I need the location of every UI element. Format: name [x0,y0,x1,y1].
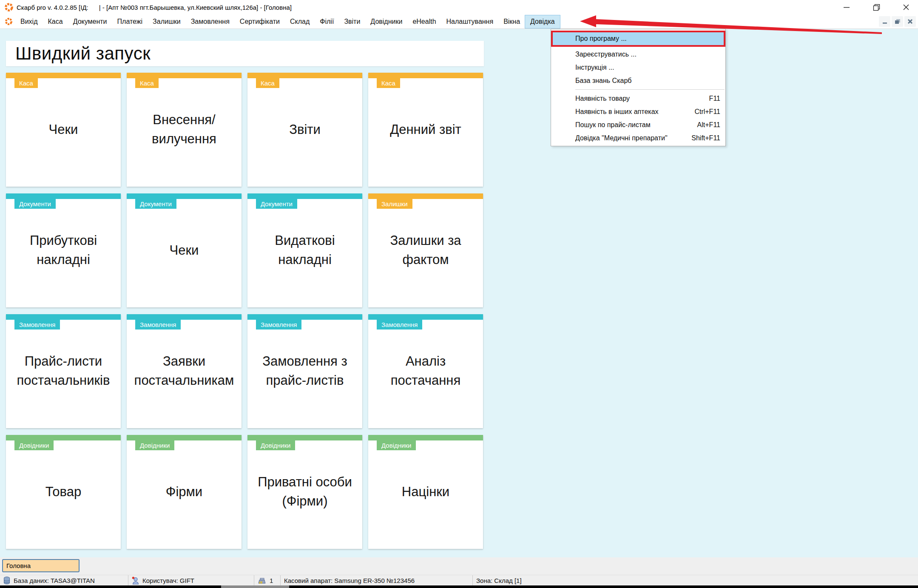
tile-cheky[interactable]: Каса Чеки [6,73,121,187]
tab-label: Головна [6,562,31,569]
menu-item-dovidnyky[interactable]: Довідники [365,15,407,28]
menu-separator [575,89,725,90]
tile-tovar[interactable]: Довідники Товар [6,435,121,549]
tile-dennyi-zvit[interactable]: Каса Денний звіт [368,73,483,187]
tile-label: Прибуткові накладні [6,193,121,307]
close-icon [903,4,909,11]
status-zone-label: Зона: Склад [1] [476,577,522,584]
help-item-medical-reference[interactable]: Довідка "Медичні препарати" Shift+F11 [551,131,725,145]
quick-launch-header: Швидкий запуск [6,41,484,66]
menu-item-vikna[interactable]: Вікна [498,15,525,28]
status-register-count-value: 1 [270,577,273,584]
tile-analiz-postachannia[interactable]: Замовлення Аналіз постачання [368,314,483,428]
menu-item-vykhid[interactable]: Вихід [15,15,43,28]
tile-zalyshky-za-faktom[interactable]: Залишки Залишки за фактом [368,193,483,307]
tile-label: Внесення/вилучення [127,73,242,187]
close-icon [907,19,913,24]
menu-item-filii[interactable]: Філії [315,15,339,28]
tile-prais-lysty-postachalnykiv[interactable]: Замовлення Прайс-листи постачальників [6,314,121,428]
menu-logo-icon [5,17,13,26]
status-user-label: Користувач: GIFT [142,577,194,584]
restore-icon [873,4,880,11]
menu-item-sklad[interactable]: Склад [285,15,315,28]
tile-label: Звіти [247,73,362,187]
restore-button[interactable] [872,3,881,11]
menu-item-dokumenty[interactable]: Документи [68,15,112,28]
status-zone: Зона: Склад [1] [473,575,918,586]
minimize-button[interactable] [842,3,851,11]
tile-label: Фірми [127,435,242,549]
help-item-availability[interactable]: Наявність товару F11 [551,92,725,105]
menubar: Вихід Каса Документи Платежі Залишки Зам… [0,14,918,29]
help-item-price-list-search[interactable]: Пошук по прайс-листам Alt+F11 [551,118,725,131]
menu-item-zvity[interactable]: Звіти [339,15,365,28]
status-register-label: Касовий апарат: Samsung ER-350 №123456 [284,577,415,584]
window-title: Скарб pro v. 4.0.2.85 [ІД: | - [Апт №003… [17,4,292,11]
status-database-label: База даних: TASA3@TITAN [14,577,95,584]
menu-item-sertyfikaty[interactable]: Сертифікати [235,15,285,28]
mdi-window-controls [879,16,916,27]
help-item-about[interactable]: Про програму ... [553,32,724,45]
window-controls [842,0,910,14]
help-menu: Про програму ... Зареєструватись ... Інс… [551,29,726,146]
page-title: Швидкий запуск [15,43,151,64]
menu-item-label: Пошук по прайс-листам [575,121,651,129]
mdi-minimize-button[interactable] [879,16,890,27]
menu-item-label: Наявність товару [575,95,630,102]
tile-pryvatni-osoby[interactable]: Довідники Приватні особи (Фірми) [247,435,362,549]
menu-item-ehealth[interactable]: eHealth [407,15,441,28]
tile-prybutkovi-nakladni[interactable]: Документи Прибуткові накладні [6,193,121,307]
menu-item-label: База знань Скарб [575,77,631,85]
tile-label: Залишки за фактом [368,193,483,307]
tab-strip: Головна [0,557,918,575]
tab-holovna[interactable]: Головна [2,559,80,572]
help-item-register[interactable]: Зареєструватись ... [551,48,725,61]
menu-item-shortcut: Shift+F11 [691,134,720,142]
menu-item-zamovlennia[interactable]: Замовлення [186,15,235,28]
status-bar: База даних: TASA3@TITAN Користувач: GIFT [0,575,918,586]
menu-item-zalyshky[interactable]: Залишки [148,15,186,28]
tile-zaiavky-postachalnykam[interactable]: Замовлення Заявки постачальникам [127,314,242,428]
help-item-instruction[interactable]: Інструкція ... [551,61,725,74]
taskbar-peek [221,585,289,588]
menu-item-kasa[interactable]: Каса [43,15,68,28]
tile-zvity[interactable]: Каса Звіти [247,73,362,187]
tile-label: Приватні особи (Фірми) [247,435,362,549]
help-item-knowledge-base[interactable]: База знань Скарб [551,74,725,87]
mdi-close-button[interactable] [904,16,916,27]
menu-item-dovidka[interactable]: Довідка [525,15,560,28]
menu-item-nalashtuvannia[interactable]: Налаштування [441,15,499,28]
menu-items: Вихід Каса Документи Платежі Залишки Зам… [15,15,560,28]
tile-label: Товар [6,435,121,549]
help-item-availability-other-pharmacies[interactable]: Наявність в інших аптеках Ctrl+F11 [551,105,725,118]
close-button[interactable] [902,3,910,11]
status-database: База даних: TASA3@TITAN [0,575,128,586]
menu-item-shortcut: Ctrl+F11 [694,108,720,116]
screen-edge-strip [0,585,918,588]
minimize-icon [882,19,887,24]
tile-label: Замовлення з прайс-листів [247,314,362,428]
tile-vnesennia-vyluchennia[interactable]: Каса Внесення/вилучення [127,73,242,187]
minimize-icon [843,4,850,11]
menu-item-label: Довідка "Медичні препарати" [575,134,668,142]
tile-label: Націнки [368,435,483,549]
status-register-count: 1 [254,575,281,586]
database-icon [3,577,10,585]
tile-label: Денний звіт [368,73,483,187]
tile-zamovlennia-z-prais-lystiv[interactable]: Замовлення Замовлення з прайс-листів [247,314,362,428]
restore-icon [895,19,901,24]
tile-firmy[interactable]: Довідники Фірми [127,435,242,549]
user-icon [132,577,139,585]
app-logo-icon [4,3,14,12]
tile-label: Чеки [6,73,121,187]
mdi-restore-button[interactable] [892,16,903,27]
menu-item-shortcut: Alt+F11 [697,121,720,129]
tile-natsinky[interactable]: Довідники Націнки [368,435,483,549]
menu-item-platezhi[interactable]: Платежі [112,15,148,28]
tile-cheky-dokumenty[interactable]: Документи Чеки [127,193,242,307]
annotation-highlight-box: Про програму ... [551,31,725,47]
quick-launch-grid: Каса Чеки Каса Внесення/вилучення Каса З… [6,73,484,549]
tile-vydatkovi-nakladni[interactable]: Документи Видаткові накладні [247,193,362,307]
cash-register-icon [258,577,266,584]
status-user: Користувач: GIFT [128,575,254,586]
